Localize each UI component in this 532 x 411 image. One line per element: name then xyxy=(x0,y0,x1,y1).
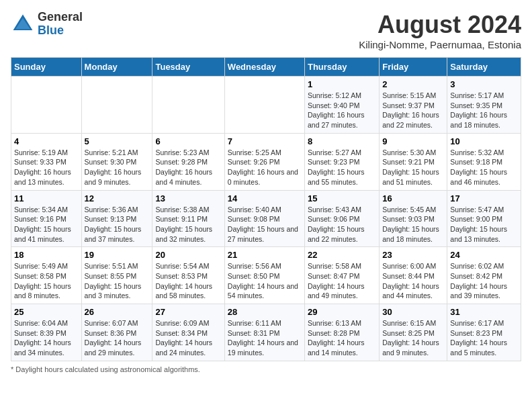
calendar-cell: 25Sunrise: 6:04 AMSunset: 8:39 PMDayligh… xyxy=(11,304,82,361)
day-info: Sunrise: 5:49 AMSunset: 8:58 PMDaylight:… xyxy=(14,261,79,301)
calendar-cell: 16Sunrise: 5:45 AMSunset: 9:03 PMDayligh… xyxy=(380,190,447,247)
day-info: Sunrise: 5:43 AMSunset: 9:06 PMDaylight:… xyxy=(308,205,376,244)
day-info: Sunrise: 5:21 AMSunset: 9:30 PMDaylight:… xyxy=(85,148,150,187)
day-number: 9 xyxy=(382,136,444,146)
calendar-cell: 28Sunrise: 6:11 AMSunset: 8:31 PMDayligh… xyxy=(224,304,304,361)
day-number: 29 xyxy=(308,307,376,317)
calendar-cell: 17Sunrise: 5:47 AMSunset: 9:00 PMDayligh… xyxy=(447,190,521,247)
day-info: Sunrise: 5:54 AMSunset: 8:53 PMDaylight:… xyxy=(155,261,221,301)
header-day-friday: Friday xyxy=(380,58,447,77)
calendar-cell xyxy=(152,77,224,134)
calendar-cell: 4Sunrise: 5:19 AMSunset: 9:33 PMDaylight… xyxy=(11,133,82,190)
header-day-sunday: Sunday xyxy=(11,58,82,77)
header-day-thursday: Thursday xyxy=(304,58,379,77)
day-info: Sunrise: 5:15 AMSunset: 9:37 PMDaylight:… xyxy=(382,91,444,130)
day-number: 6 xyxy=(155,136,221,146)
day-info: Sunrise: 5:56 AMSunset: 8:50 PMDaylight:… xyxy=(228,261,302,301)
main-title: August 2024 xyxy=(359,11,521,39)
day-info: Sunrise: 5:58 AMSunset: 8:47 PMDaylight:… xyxy=(308,261,376,301)
day-number: 25 xyxy=(14,307,79,317)
calendar-cell: 15Sunrise: 5:43 AMSunset: 9:06 PMDayligh… xyxy=(304,190,379,247)
day-info: Sunrise: 5:34 AMSunset: 9:16 PMDaylight:… xyxy=(14,205,79,244)
day-info: Sunrise: 6:15 AMSunset: 8:25 PMDaylight:… xyxy=(382,318,444,358)
week-row-1: 4Sunrise: 5:19 AMSunset: 9:33 PMDaylight… xyxy=(11,133,521,190)
day-info: Sunrise: 5:23 AMSunset: 9:28 PMDaylight:… xyxy=(155,148,221,187)
day-number: 18 xyxy=(14,250,79,260)
day-info: Sunrise: 5:17 AMSunset: 9:35 PMDaylight:… xyxy=(450,91,518,130)
day-number: 20 xyxy=(155,250,221,260)
day-info: Sunrise: 5:19 AMSunset: 9:33 PMDaylight:… xyxy=(14,148,79,187)
calendar-cell xyxy=(11,77,82,134)
day-number: 13 xyxy=(155,193,221,203)
calendar-cell: 18Sunrise: 5:49 AMSunset: 8:58 PMDayligh… xyxy=(11,247,82,304)
day-number: 31 xyxy=(450,307,518,317)
calendar-cell: 8Sunrise: 5:27 AMSunset: 9:23 PMDaylight… xyxy=(304,133,379,190)
logo-icon xyxy=(11,12,35,36)
logo-blue: Blue xyxy=(38,24,83,38)
week-row-3: 18Sunrise: 5:49 AMSunset: 8:58 PMDayligh… xyxy=(11,247,521,304)
day-number: 16 xyxy=(382,193,444,203)
day-number: 12 xyxy=(85,193,150,203)
day-info: Sunrise: 6:04 AMSunset: 8:39 PMDaylight:… xyxy=(14,318,79,358)
day-info: Sunrise: 5:40 AMSunset: 9:08 PMDaylight:… xyxy=(228,205,302,244)
day-info: Sunrise: 6:11 AMSunset: 8:31 PMDaylight:… xyxy=(228,318,302,358)
calendar-cell: 9Sunrise: 5:30 AMSunset: 9:21 PMDaylight… xyxy=(380,133,447,190)
calendar-cell: 2Sunrise: 5:15 AMSunset: 9:37 PMDaylight… xyxy=(380,77,447,134)
header-day-tuesday: Tuesday xyxy=(152,58,224,77)
calendar-cell: 10Sunrise: 5:32 AMSunset: 9:18 PMDayligh… xyxy=(447,133,521,190)
day-info: Sunrise: 6:02 AMSunset: 8:42 PMDaylight:… xyxy=(450,261,518,301)
calendar-cell: 6Sunrise: 5:23 AMSunset: 9:28 PMDaylight… xyxy=(152,133,224,190)
title-area: August 2024 Kilingi-Nomme, Paernumaa, Es… xyxy=(359,11,521,50)
day-info: Sunrise: 6:07 AMSunset: 8:36 PMDaylight:… xyxy=(85,318,150,358)
day-info: Sunrise: 6:09 AMSunset: 8:34 PMDaylight:… xyxy=(155,318,221,358)
calendar-cell: 1Sunrise: 5:12 AMSunset: 9:40 PMDaylight… xyxy=(304,77,379,134)
day-number: 15 xyxy=(308,193,376,203)
day-info: Sunrise: 5:32 AMSunset: 9:18 PMDaylight:… xyxy=(450,148,518,187)
day-number: 14 xyxy=(228,193,302,203)
day-number: 8 xyxy=(308,136,376,146)
calendar-cell: 29Sunrise: 6:13 AMSunset: 8:28 PMDayligh… xyxy=(304,304,379,361)
day-number: 23 xyxy=(382,250,444,260)
calendar-body: 1Sunrise: 5:12 AMSunset: 9:40 PMDaylight… xyxy=(11,77,521,361)
header-day-monday: Monday xyxy=(81,58,152,77)
calendar-cell: 7Sunrise: 5:25 AMSunset: 9:26 PMDaylight… xyxy=(224,133,304,190)
day-number: 10 xyxy=(450,136,518,146)
day-number: 3 xyxy=(450,79,518,89)
day-number: 7 xyxy=(228,136,302,146)
calendar-cell: 22Sunrise: 5:58 AMSunset: 8:47 PMDayligh… xyxy=(304,247,379,304)
footer-note-text: Daylight hours xyxy=(15,365,62,373)
day-number: 21 xyxy=(228,250,302,260)
day-number: 4 xyxy=(14,136,79,146)
week-row-4: 25Sunrise: 6:04 AMSunset: 8:39 PMDayligh… xyxy=(11,304,521,361)
calendar-cell: 12Sunrise: 5:36 AMSunset: 9:13 PMDayligh… xyxy=(81,190,152,247)
subtitle: Kilingi-Nomme, Paernumaa, Estonia xyxy=(359,39,521,50)
calendar-cell: 3Sunrise: 5:17 AMSunset: 9:35 PMDaylight… xyxy=(447,77,521,134)
day-number: 24 xyxy=(450,250,518,260)
logo-general: General xyxy=(38,11,83,24)
week-row-0: 1Sunrise: 5:12 AMSunset: 9:40 PMDaylight… xyxy=(11,77,521,134)
day-number: 5 xyxy=(85,136,150,146)
day-info: Sunrise: 5:25 AMSunset: 9:26 PMDaylight:… xyxy=(228,148,302,187)
logo: General Blue xyxy=(11,11,83,38)
calendar-cell: 19Sunrise: 5:51 AMSunset: 8:55 PMDayligh… xyxy=(81,247,152,304)
header-area: General Blue August 2024 Kilingi-Nomme, … xyxy=(11,11,521,50)
day-number: 2 xyxy=(382,79,444,89)
calendar-cell: 20Sunrise: 5:54 AMSunset: 8:53 PMDayligh… xyxy=(152,247,224,304)
day-info: Sunrise: 5:47 AMSunset: 9:00 PMDaylight:… xyxy=(450,205,518,244)
header-day-wednesday: Wednesday xyxy=(224,58,304,77)
day-number: 11 xyxy=(14,193,79,203)
day-info: Sunrise: 5:51 AMSunset: 8:55 PMDaylight:… xyxy=(85,261,150,301)
day-number: 17 xyxy=(450,193,518,203)
calendar-cell: 23Sunrise: 6:00 AMSunset: 8:44 PMDayligh… xyxy=(380,247,447,304)
logo-text: General Blue xyxy=(38,11,83,38)
day-number: 1 xyxy=(308,79,376,89)
week-row-2: 11Sunrise: 5:34 AMSunset: 9:16 PMDayligh… xyxy=(11,190,521,247)
calendar-cell: 31Sunrise: 6:17 AMSunset: 8:23 PMDayligh… xyxy=(447,304,521,361)
day-number: 30 xyxy=(382,307,444,317)
calendar-cell: 11Sunrise: 5:34 AMSunset: 9:16 PMDayligh… xyxy=(11,190,82,247)
header-day-saturday: Saturday xyxy=(447,58,521,77)
day-info: Sunrise: 5:30 AMSunset: 9:21 PMDaylight:… xyxy=(382,148,444,187)
day-info: Sunrise: 6:17 AMSunset: 8:23 PMDaylight:… xyxy=(450,318,518,358)
footer-note: * Daylight hours calculated using astron… xyxy=(11,365,521,373)
calendar-cell: 26Sunrise: 6:07 AMSunset: 8:36 PMDayligh… xyxy=(81,304,152,361)
